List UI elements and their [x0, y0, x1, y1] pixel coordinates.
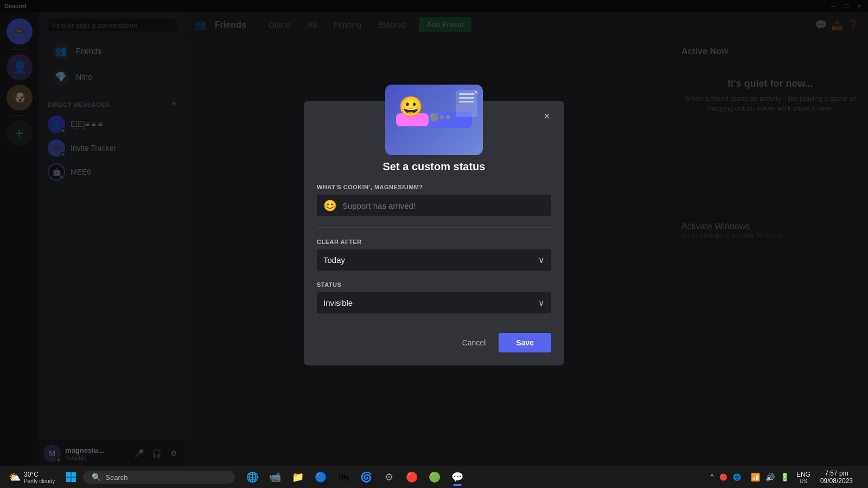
- language-indicator[interactable]: ENG US: [793, 470, 814, 485]
- modal-divider: [317, 227, 551, 228]
- weather-desc: Partly cloudy: [24, 478, 55, 484]
- list-line-3: [459, 101, 474, 102]
- clear-after-label: CLEAR AFTER: [317, 239, 551, 245]
- taskbar-right: ^ 🔴 🌐 📶 🔊 🔋 ENG US 7:57 pm 09/08/2023: [704, 467, 864, 487]
- taskbar-app-discord[interactable]: 💬: [446, 467, 468, 487]
- taskbar: ⛅ 30°C Partly cloudy 🔍 Search 🌐 📹 📁 🔵: [0, 466, 868, 488]
- taskbar-app-chrome2[interactable]: 🟢: [424, 467, 445, 487]
- chrome-icon: 🔴: [406, 471, 418, 483]
- edge-icon: 🔵: [315, 471, 327, 483]
- windows-logo-icon: [66, 472, 76, 483]
- modal-title: Set a custom status: [304, 160, 564, 173]
- taskbar-app-edge-proxy[interactable]: 🌐: [241, 467, 263, 487]
- status-label: STATUS: [317, 281, 551, 288]
- search-icon: 🔍: [92, 473, 101, 481]
- list-line-2: [459, 97, 474, 99]
- modal-footer: Cancel Save: [304, 324, 564, 352]
- video-icon: 📹: [269, 471, 281, 483]
- status-field-label: WHAT'S COOKIN', MAGNESIUMM?: [317, 184, 551, 190]
- emoji-picker-button[interactable]: 😊: [323, 199, 337, 212]
- taskbar-search-bar[interactable]: 🔍 Search: [83, 471, 235, 484]
- clock-time: 7:57 pm: [825, 470, 848, 477]
- save-button[interactable]: Save: [499, 333, 551, 352]
- svg-rect-2: [66, 478, 71, 483]
- chrome2-icon: 🟢: [429, 471, 441, 483]
- settings-app-icon: ⚙: [385, 471, 393, 483]
- modal-close-button[interactable]: ×: [538, 107, 556, 125]
- clear-after-select[interactable]: Today ∨: [317, 249, 551, 271]
- tray-icon-network[interactable]: 🌐: [731, 472, 743, 482]
- list-line-1: [459, 93, 474, 95]
- illustration-emoji: 😀: [399, 95, 423, 118]
- taskbar-app-file-explorer[interactable]: 📁: [287, 467, 309, 487]
- bubble-dot1: [440, 115, 444, 119]
- taskbar-search-text: Search: [105, 473, 127, 481]
- clock-date: 09/08/2023: [820, 477, 853, 485]
- taskbar-app-edge[interactable]: 🔵: [310, 467, 331, 487]
- weather-icon: ⛅: [9, 471, 21, 483]
- clear-after-chevron: ∨: [538, 255, 545, 265]
- show-desktop-button[interactable]: [859, 467, 864, 487]
- clear-after-value: Today: [323, 255, 345, 265]
- store-icon: 🛍: [339, 472, 348, 483]
- system-tray: ^ 🔴 🌐: [704, 470, 747, 485]
- svg-rect-0: [66, 472, 71, 477]
- taskbar-app-helix[interactable]: 🌀: [355, 467, 377, 487]
- battery-icon[interactable]: 🔋: [778, 472, 791, 483]
- bubble-avatar: [430, 113, 438, 121]
- lang-sub: US: [800, 478, 807, 484]
- modal-illustration: 😀 ×: [385, 85, 483, 155]
- taskbar-apps: 🌐 📹 📁 🔵 🛍 🌀 ⚙ 🔴 🟢 💬: [241, 467, 468, 487]
- svg-rect-1: [72, 472, 76, 477]
- taskbar-app-settings[interactable]: ⚙: [378, 467, 400, 487]
- tray-chevron[interactable]: ^: [709, 472, 716, 483]
- illustration-inner: 😀: [385, 85, 483, 155]
- wifi-icon[interactable]: 📶: [749, 472, 762, 483]
- lang-main: ENG: [796, 471, 810, 478]
- weather-widget[interactable]: ⛅ 30°C Partly cloudy: [4, 468, 59, 486]
- start-button[interactable]: [61, 467, 81, 487]
- status-chevron: ∨: [538, 298, 545, 308]
- svg-rect-3: [72, 478, 76, 483]
- weather-text: 30°C Partly cloudy: [24, 471, 55, 484]
- status-text-input-row: 😊: [317, 195, 551, 216]
- status-select[interactable]: Invisible ∨: [317, 292, 551, 313]
- modal-overlay: 😀 × × Set a cus: [0, 0, 868, 466]
- edge-proxy-icon: 🌐: [246, 471, 258, 483]
- custom-status-modal: 😀 × × Set a cus: [304, 101, 564, 365]
- bubble-dot2: [446, 115, 450, 119]
- modal-body: WHAT'S COOKIN', MAGNESIUMM? 😊 CLEAR AFTE…: [304, 184, 564, 313]
- cancel-button[interactable]: Cancel: [454, 333, 495, 352]
- taskbar-app-video[interactable]: 📹: [264, 467, 286, 487]
- tray-icon-red[interactable]: 🔴: [718, 472, 729, 482]
- illustration-close[interactable]: ×: [474, 88, 478, 97]
- taskbar-app-store[interactable]: 🛍: [333, 467, 354, 487]
- status-value: Invisible: [323, 298, 353, 307]
- status-text-input[interactable]: [342, 201, 545, 210]
- file-explorer-icon: 📁: [292, 471, 304, 483]
- weather-temp: 30°C: [24, 471, 55, 478]
- taskbar-clock[interactable]: 7:57 pm 09/08/2023: [816, 468, 857, 486]
- taskbar-app-chrome[interactable]: 🔴: [401, 467, 423, 487]
- volume-icon[interactable]: 🔊: [764, 472, 776, 483]
- discord-taskbar-icon: 💬: [451, 471, 463, 483]
- helix-icon: 🌀: [360, 471, 372, 483]
